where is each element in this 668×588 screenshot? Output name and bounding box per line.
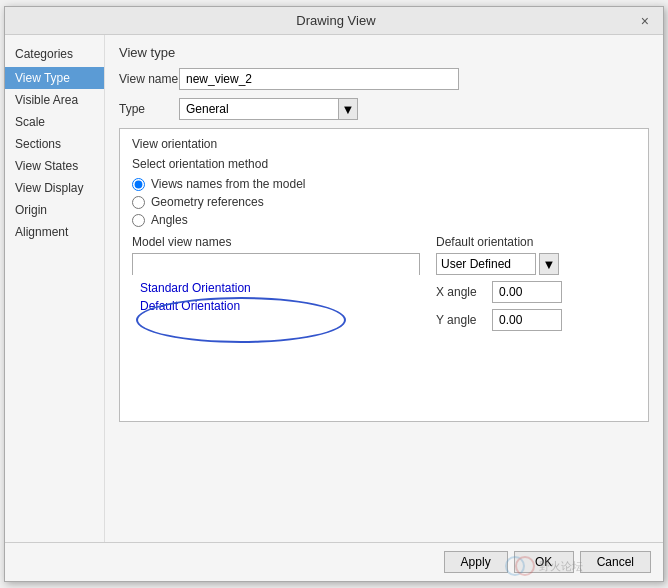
radio-row-geometry: Geometry references: [132, 195, 636, 209]
sidebar-item-view-display[interactable]: View Display: [5, 177, 104, 199]
radio-angles-label: Angles: [151, 213, 188, 227]
watermark-text: 野火论坛: [539, 559, 583, 574]
section-header: View type: [119, 45, 649, 60]
orientation-radio-label: Select orientation method: [132, 157, 636, 171]
cancel-button[interactable]: Cancel: [580, 551, 651, 573]
radio-model-views[interactable]: [132, 178, 145, 191]
x-angle-row: X angle: [436, 281, 636, 303]
radio-row-model-views: Views names from the model: [132, 177, 636, 191]
default-orientation-input[interactable]: [436, 253, 536, 275]
main-content: View type View name Type ▼ View orientat…: [105, 35, 663, 542]
sidebar: Categories View Type Visible Area Scale …: [5, 35, 105, 542]
view-name-input[interactable]: [179, 68, 459, 90]
model-view-items: Standard Orientation Default Orientation: [132, 275, 420, 413]
right-col: Default orientation ▼ X angle Y angle: [436, 235, 636, 413]
radio-model-views-label: Views names from the model: [151, 177, 306, 191]
type-input[interactable]: [179, 98, 339, 120]
left-col: Model view names Standard Orientation De…: [132, 235, 420, 413]
y-angle-input[interactable]: [492, 309, 562, 331]
apply-button[interactable]: Apply: [444, 551, 508, 573]
watermark-logo-icon: [505, 555, 535, 577]
x-angle-input[interactable]: [492, 281, 562, 303]
sidebar-item-sections[interactable]: Sections: [5, 133, 104, 155]
type-dropdown-arrow[interactable]: ▼: [338, 98, 358, 120]
close-button[interactable]: ×: [637, 14, 653, 28]
sidebar-item-alignment[interactable]: Alignment: [5, 221, 104, 243]
list-item[interactable]: Default Orientation: [132, 297, 420, 315]
default-orient-arrow[interactable]: ▼: [539, 253, 559, 275]
radio-row-angles: Angles: [132, 213, 636, 227]
type-select-container: ▼: [179, 98, 358, 120]
radio-geometry-label: Geometry references: [151, 195, 264, 209]
model-view-list-container: Standard Orientation Default Orientation: [132, 253, 420, 413]
y-angle-row: Y angle: [436, 309, 636, 331]
view-name-row: View name: [119, 68, 649, 90]
y-angle-label: Y angle: [436, 313, 486, 327]
sidebar-item-view-type[interactable]: View Type: [5, 67, 104, 89]
dialog-title: Drawing View: [35, 13, 637, 28]
model-view-names-header: Model view names: [132, 235, 420, 249]
default-orient-row: ▼: [436, 253, 636, 275]
two-col-section: Model view names Standard Orientation De…: [132, 235, 636, 413]
type-label: Type: [119, 102, 179, 116]
default-orientation-label: Default orientation: [436, 235, 636, 249]
dialog-body: Categories View Type Visible Area Scale …: [5, 35, 663, 542]
radio-angles[interactable]: [132, 214, 145, 227]
sidebar-item-visible-area[interactable]: Visible Area: [5, 89, 104, 111]
dialog-footer: Apply OK Cancel 野火论坛: [5, 542, 663, 581]
watermark: 野火论坛: [505, 555, 583, 577]
sidebar-item-scale[interactable]: Scale: [5, 111, 104, 133]
orientation-title: View orientation: [132, 137, 636, 151]
list-item[interactable]: Standard Orientation: [132, 279, 420, 297]
type-row: Type ▼: [119, 98, 649, 120]
view-name-label: View name: [119, 72, 179, 86]
orientation-group: View orientation Select orientation meth…: [119, 128, 649, 422]
drawing-view-dialog: Drawing View × Categories View Type Visi…: [4, 6, 664, 582]
model-view-search[interactable]: [132, 253, 420, 275]
sidebar-item-origin[interactable]: Origin: [5, 199, 104, 221]
sidebar-header: Categories: [5, 43, 104, 67]
x-angle-label: X angle: [436, 285, 486, 299]
title-bar: Drawing View ×: [5, 7, 663, 35]
radio-geometry[interactable]: [132, 196, 145, 209]
model-view-items-inner: Standard Orientation Default Orientation: [132, 279, 420, 315]
sidebar-item-view-states[interactable]: View States: [5, 155, 104, 177]
